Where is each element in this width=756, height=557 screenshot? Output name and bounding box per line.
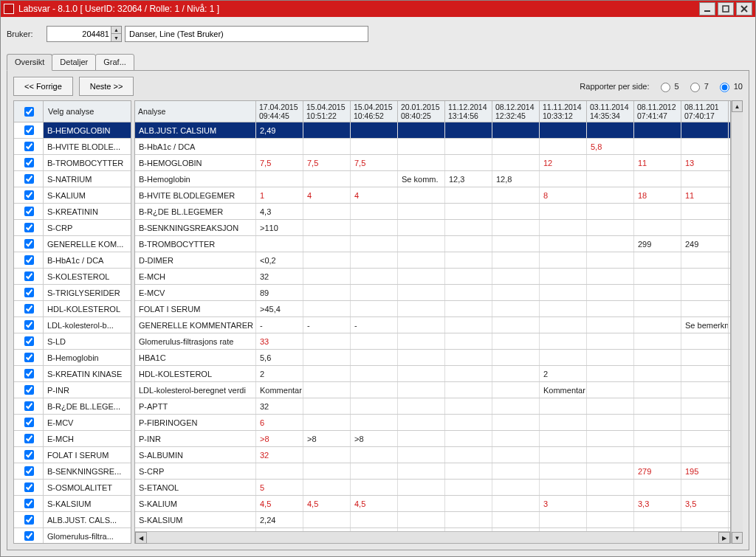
minimize-button[interactable] xyxy=(699,2,715,15)
results-row[interactable]: B-HemoglobinSe komm.12,312,8 xyxy=(135,171,730,187)
analyse-picker-row[interactable]: LDL-kolesterol-b... xyxy=(14,317,131,333)
row-checkbox[interactable] xyxy=(14,447,44,463)
analyse-picker-row[interactable]: P-INR xyxy=(14,382,131,398)
row-checkbox[interactable] xyxy=(14,171,44,187)
results-row[interactable]: B-R¿DE BL.LEGEMER4,3 xyxy=(135,204,730,220)
row-checkbox[interactable] xyxy=(14,512,44,527)
analyse-picker-row[interactable]: B-HEMOGLOBIN xyxy=(14,122,131,139)
row-checkbox[interactable] xyxy=(14,415,44,430)
row-checkbox[interactable] xyxy=(14,269,44,284)
scroll-up-button[interactable]: ▲ xyxy=(732,100,743,112)
analyse-picker-row[interactable]: S-KOLESTEROL xyxy=(14,269,131,285)
row-checkbox[interactable] xyxy=(14,431,44,446)
row-checkbox[interactable] xyxy=(14,382,44,398)
analyse-picker-row[interactable]: S-OSMOLALITET xyxy=(14,480,131,496)
prev-button[interactable]: << Forrige xyxy=(13,77,73,96)
select-all-checkbox[interactable] xyxy=(14,101,44,122)
results-row[interactable]: D-DIMER<0,2 xyxy=(135,252,730,269)
analyse-picker-row[interactable]: FOLAT I SERUM xyxy=(14,447,131,463)
column-header-analyse[interactable]: Analyse xyxy=(135,101,256,122)
analyse-picker-body[interactable]: B-HEMOGLOBINB-HVITE BLODLE...B-TROMBOCYT… xyxy=(14,122,131,543)
results-row[interactable]: S-CRP279195 xyxy=(135,463,730,480)
user-name-field[interactable] xyxy=(125,26,368,42)
maximize-button[interactable] xyxy=(718,2,734,15)
analyse-picker-row[interactable]: ALB.JUST. CALS... xyxy=(14,512,131,528)
row-checkbox[interactable] xyxy=(14,236,44,252)
analyse-picker-row[interactable]: B-SENKNINGSRE... xyxy=(14,463,131,480)
row-checkbox[interactable] xyxy=(14,366,44,381)
tab-graf[interactable]: Graf... xyxy=(95,54,134,71)
analyse-picker-row[interactable]: B-HbA1c / DCA xyxy=(14,252,131,269)
tab-oversikt[interactable]: Oversikt xyxy=(7,54,52,71)
analyse-picker-row[interactable]: Glomerulus-filtra... xyxy=(14,528,131,543)
results-row[interactable]: S-KALIUM4,54,54,533,33,5 xyxy=(135,496,730,512)
spinner-up[interactable]: ▲ xyxy=(111,27,121,34)
rps-7[interactable]: 7 xyxy=(687,80,709,92)
row-checkbox[interactable] xyxy=(14,463,44,479)
analyse-picker-row[interactable]: S-CRP xyxy=(14,220,131,236)
row-checkbox[interactable] xyxy=(14,187,44,203)
analyse-picker-row[interactable]: S-LD xyxy=(14,333,131,350)
results-row[interactable]: P-INR >8>8>8 xyxy=(135,431,730,447)
row-checkbox[interactable] xyxy=(14,285,44,300)
column-header-date[interactable]: 11.11.2014 10:33:12 xyxy=(540,101,587,122)
row-checkbox[interactable] xyxy=(14,398,44,414)
column-header-date[interactable]: 20.01.2015 08:40:25 xyxy=(398,101,445,122)
row-checkbox[interactable] xyxy=(14,155,44,170)
column-header-date[interactable]: 08.11.201 07:40:17 xyxy=(681,101,729,122)
results-row[interactable]: E-MCV89 xyxy=(135,285,730,301)
results-row[interactable]: LDL-kolesterol-beregnet verdiKommentarKo… xyxy=(135,382,730,398)
column-header-date[interactable]: 11.12.2014 13:14:56 xyxy=(445,101,492,122)
analyse-picker-row[interactable]: S-TRIGLYSERIDER xyxy=(14,285,131,301)
analyse-picker-row[interactable]: GENERELLE KOM... xyxy=(14,236,131,252)
results-row[interactable]: ALB.JUST. CALSIUM2,49 xyxy=(135,122,730,139)
analyse-picker-row[interactable]: B-HVITE BLODLE... xyxy=(14,139,131,155)
row-checkbox[interactable] xyxy=(14,496,44,511)
column-header-date[interactable]: 03.11.2014 14:35:34 xyxy=(587,101,634,122)
column-header-date[interactable]: 08.11.2012 07:41:47 xyxy=(634,101,681,122)
scroll-right-button[interactable]: ▶ xyxy=(718,532,730,544)
spinner-down[interactable]: ▼ xyxy=(111,34,121,41)
row-checkbox[interactable] xyxy=(14,480,44,495)
column-header-date[interactable]: 15.04.2015 10:46:52 xyxy=(351,101,398,122)
results-row[interactable]: B-HEMOGLOBIN7,57,57,5121113 xyxy=(135,155,730,171)
results-row[interactable]: S-ETANOL5 xyxy=(135,480,730,496)
results-row[interactable]: B-TROMBOCYTTER299249 xyxy=(135,236,730,252)
results-row[interactable]: B-SENKNINGSREAKSJON >110 xyxy=(135,220,730,236)
vertical-scrollbar[interactable]: ▲ ▼ xyxy=(731,100,743,544)
analyse-picker-row[interactable]: S-KREATININ xyxy=(14,204,131,220)
results-row[interactable]: GENERELLE KOMMENTARER---Se bemerkn xyxy=(135,317,730,333)
analyse-picker-row[interactable]: B-Hemoglobin xyxy=(14,350,131,366)
results-row[interactable]: B-HbA1c / DCA5,8 xyxy=(135,139,730,155)
user-id-input[interactable] xyxy=(47,27,111,41)
row-checkbox[interactable] xyxy=(14,350,44,365)
scroll-left-button[interactable]: ◀ xyxy=(135,532,147,544)
close-button[interactable] xyxy=(736,2,752,15)
results-row[interactable]: FOLAT I SERUM >45,4 xyxy=(135,301,730,317)
column-header-date[interactable]: 15.04.2015 10:51:22 xyxy=(303,101,351,122)
analyse-picker-row[interactable]: S-NATRIUM xyxy=(14,171,131,187)
analyse-picker-row[interactable]: HDL-KOLESTEROL xyxy=(14,301,131,317)
row-checkbox[interactable] xyxy=(14,204,44,219)
next-button[interactable]: Neste >> xyxy=(79,77,134,96)
analyse-picker-row[interactable]: S-KREATIN KINASE xyxy=(14,366,131,382)
results-row[interactable]: E-MCH32 xyxy=(135,269,730,285)
results-row[interactable]: HBA1C5,6 xyxy=(135,350,730,366)
analyse-picker-row[interactable]: E-MCH xyxy=(14,431,131,447)
results-row[interactable]: S-ALBUMIN32 xyxy=(135,447,730,463)
row-checkbox[interactable] xyxy=(14,333,44,349)
results-row[interactable]: B-HVITE BLODLEGEMER14481811 xyxy=(135,187,730,204)
results-row[interactable]: P-FIBRINOGEN6 xyxy=(135,415,730,431)
scroll-down-button[interactable]: ▼ xyxy=(732,532,743,544)
tab-detaljer[interactable]: Detaljer xyxy=(52,54,96,71)
row-checkbox[interactable] xyxy=(14,252,44,268)
results-body[interactable]: ALB.JUST. CALSIUM2,49B-HbA1c / DCA5,8B-H… xyxy=(135,122,730,531)
analyse-picker-row[interactable]: S-KALSIUM xyxy=(14,496,131,512)
row-checkbox[interactable] xyxy=(14,528,44,543)
results-row[interactable]: S-KALSIUM2,24 xyxy=(135,512,730,528)
row-checkbox[interactable] xyxy=(14,317,44,333)
row-checkbox[interactable] xyxy=(14,220,44,235)
rps-5[interactable]: 5 xyxy=(657,80,679,92)
results-row[interactable]: P-APTT32 xyxy=(135,398,730,415)
analyse-picker-row[interactable]: B-R¿DE BL.LEGE... xyxy=(14,398,131,415)
